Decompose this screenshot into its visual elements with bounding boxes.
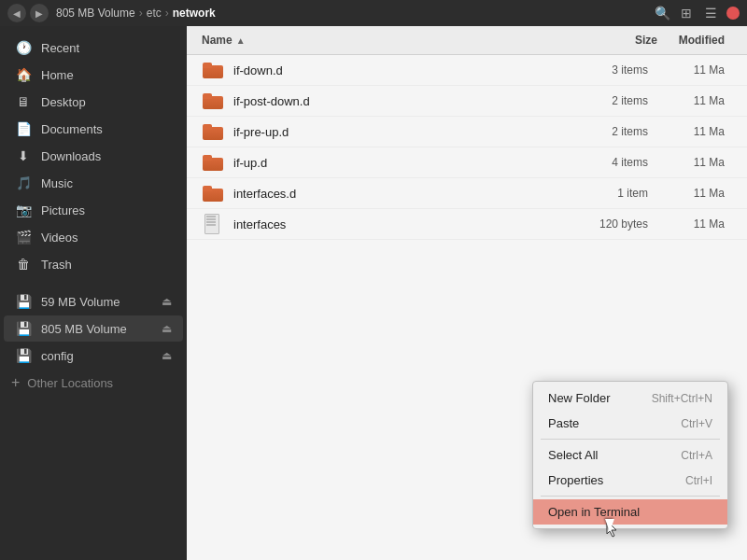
table-row[interactable]: interfaces 120 bytes 11 Ma: [187, 209, 747, 240]
trash-icon: 🗑: [15, 256, 32, 273]
file-modified: 11 Ma: [657, 187, 732, 200]
file-modified: 11 Ma: [657, 217, 732, 231]
file-name: if-up.d: [233, 156, 555, 170]
file-name: interfaces: [233, 217, 555, 231]
recent-icon: 🕐: [15, 39, 32, 56]
sidebar-item-label: Documents: [41, 122, 103, 136]
file-size: 2 items: [564, 125, 648, 138]
file-size: 3 items: [564, 63, 648, 77]
sidebar-item-videos[interactable]: 🎬 Videos: [4, 224, 183, 250]
context-menu-open-terminal[interactable]: Open in Terminal: [533, 499, 727, 525]
sort-arrow-icon: ▲: [236, 35, 246, 46]
context-menu-new-folder[interactable]: New Folder Shift+Ctrl+N: [533, 385, 727, 411]
context-menu: New Folder Shift+Ctrl+N Paste Ctrl+V Sel…: [532, 381, 728, 529]
desktop-icon: 🖥: [15, 93, 32, 110]
sidebar-item-config[interactable]: 💾 config ⏏: [4, 343, 183, 369]
other-locations-label: Other Locations: [27, 376, 113, 390]
path-separator: ›: [139, 7, 143, 20]
sidebar-item-label: Videos: [41, 231, 78, 245]
eject-vol59-icon[interactable]: ⏏: [162, 295, 172, 308]
file-name: if-post-down.d: [233, 94, 555, 108]
sidebar-item-label: Home: [41, 68, 74, 82]
sidebar-item-label: Pictures: [41, 203, 85, 217]
drive-icon2: 💾: [15, 320, 32, 337]
search-icon[interactable]: 🔍: [654, 5, 670, 21]
volume-label: 805 MB Volume: [56, 7, 135, 20]
downloads-icon: ⬇: [15, 147, 32, 164]
sidebar-item-vol805[interactable]: 💾 805 MB Volume ⏏: [4, 315, 183, 342]
file-name: if-down.d: [233, 63, 555, 77]
forward-button[interactable]: ▶: [30, 4, 49, 22]
file-name: interfaces.d: [233, 187, 555, 201]
context-menu-select-all[interactable]: Select All Ctrl+A: [533, 442, 727, 468]
sidebar: 🕐 Recent 🏠 Home 🖥 Desktop 📄 Documents ⬇ …: [0, 26, 187, 560]
videos-icon: 🎬: [15, 229, 32, 245]
folder-icon: [202, 122, 224, 141]
drive-icon: 💾: [15, 293, 32, 310]
back-button[interactable]: ◀: [7, 4, 26, 22]
other-locations-item[interactable]: + Other Locations: [0, 370, 187, 396]
file-icon: [202, 215, 224, 233]
sidebar-item-music[interactable]: 🎵 Music: [4, 170, 183, 196]
file-size: 120 bytes: [564, 217, 648, 231]
file-modified: 11 Ma: [657, 94, 732, 107]
documents-icon: 📄: [15, 120, 32, 137]
sidebar-item-trash[interactable]: 🗑 Trash: [4, 251, 183, 277]
file-size: 2 items: [564, 94, 648, 107]
context-menu-properties[interactable]: Properties Ctrl+I: [533, 468, 727, 493]
titlebar: ◀ ▶ 805 MB Volume › etc › network 🔍 ⊞ ☰: [0, 0, 747, 26]
add-icon: +: [11, 374, 20, 391]
eject-vol805-icon[interactable]: ⏏: [162, 322, 172, 335]
titlebar-right: 🔍 ⊞ ☰: [654, 5, 740, 21]
sidebar-item-label: Trash: [41, 258, 72, 272]
context-menu-paste[interactable]: Paste Ctrl+V: [533, 411, 727, 436]
path-etc[interactable]: etc: [147, 7, 162, 20]
path-separator2: ›: [165, 7, 169, 20]
sidebar-item-vol59[interactable]: 💾 59 MB Volume ⏏: [4, 288, 183, 315]
view-icon[interactable]: ⊞: [678, 5, 695, 21]
table-row[interactable]: interfaces.d 1 item 11 Ma: [187, 178, 747, 209]
table-row[interactable]: if-up.d 4 items 11 Ma: [187, 147, 747, 178]
music-icon: 🎵: [15, 175, 32, 191]
column-headers: Name ▲ Size Modified: [187, 26, 747, 55]
context-menu-divider: [541, 439, 720, 440]
titlebar-left: ◀ ▶ 805 MB Volume › etc › network: [7, 4, 216, 22]
sidebar-item-home[interactable]: 🏠 Home: [4, 62, 183, 88]
file-size: 4 items: [564, 156, 648, 169]
folder-icon: [202, 184, 224, 203]
file-modified: 11 Ma: [657, 156, 732, 169]
sidebar-item-label: Recent: [41, 41, 79, 55]
sidebar-item-desktop[interactable]: 🖥 Desktop: [4, 89, 183, 115]
sidebar-item-recent[interactable]: 🕐 Recent: [4, 35, 183, 61]
file-size: 1 item: [564, 187, 648, 200]
drive-icon3: 💾: [15, 347, 32, 364]
table-row[interactable]: if-down.d 3 items 11 Ma: [187, 55, 747, 86]
size-column-header[interactable]: Size: [573, 34, 657, 47]
name-column-header[interactable]: Name ▲: [202, 34, 573, 47]
breadcrumb: 805 MB Volume › etc › network: [56, 7, 216, 20]
close-button[interactable]: [726, 7, 740, 20]
file-name: if-pre-up.d: [233, 125, 555, 139]
folder-icon: [202, 91, 224, 110]
sidebar-item-label: Desktop: [41, 95, 86, 109]
content-area: Name ▲ Size Modified if-down.d 3 items 1…: [187, 26, 747, 560]
sidebar-item-pictures[interactable]: 📷 Pictures: [4, 197, 183, 223]
home-icon: 🏠: [15, 66, 32, 83]
file-modified: 11 Ma: [657, 125, 732, 138]
sidebar-item-label: 805 MB Volume: [41, 322, 127, 336]
file-modified: 11 Ma: [657, 63, 732, 77]
sidebar-item-documents[interactable]: 📄 Documents: [4, 116, 183, 142]
modified-column-header[interactable]: Modified: [657, 34, 732, 47]
pictures-icon: 📷: [15, 202, 32, 218]
sidebar-item-label: Downloads: [41, 149, 101, 163]
folder-icon: [202, 61, 224, 79]
path-current: network: [173, 7, 216, 20]
sidebar-item-label: 59 MB Volume: [41, 295, 120, 309]
table-row[interactable]: if-post-down.d 2 items 11 Ma: [187, 86, 747, 117]
eject-config-icon[interactable]: ⏏: [162, 349, 172, 362]
menu-icon[interactable]: ☰: [702, 5, 719, 21]
sidebar-item-downloads[interactable]: ⬇ Downloads: [4, 143, 183, 169]
sidebar-item-label: config: [41, 349, 74, 363]
table-row[interactable]: if-pre-up.d 2 items 11 Ma: [187, 117, 747, 147]
sidebar-item-label: Music: [41, 176, 73, 190]
